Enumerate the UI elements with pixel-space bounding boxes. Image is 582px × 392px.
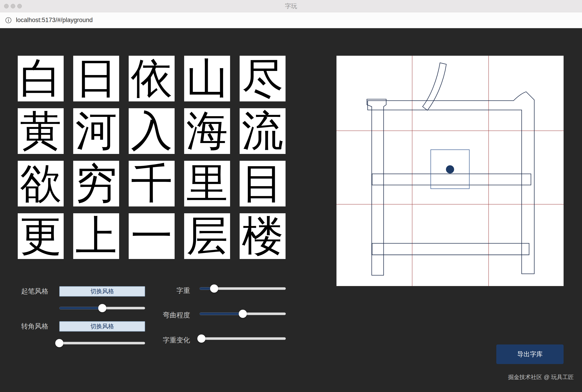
weight-variation-label: 字重变化 xyxy=(158,336,190,345)
char-tile[interactable]: 一 xyxy=(129,213,175,259)
corner-style-slider[interactable] xyxy=(59,339,145,347)
glyph-stroke-bottom-bar[interactable] xyxy=(372,243,529,255)
char-tile[interactable]: 入 xyxy=(129,108,175,154)
slider-handle[interactable] xyxy=(197,334,205,343)
weight-label: 字重 xyxy=(158,286,190,295)
switch-corner-style-button[interactable]: 切换风格 xyxy=(59,321,145,332)
slider-handle[interactable] xyxy=(210,284,218,293)
char-tile[interactable]: 更 xyxy=(18,213,64,259)
export-font-button[interactable]: 导出字库 xyxy=(496,344,564,364)
char-tile[interactable]: 尽 xyxy=(240,56,286,102)
char-tile[interactable]: 穷 xyxy=(73,161,119,206)
app-window: 字玩 localhost:5173/#/playground 白 日 依 山 尽… xyxy=(0,0,582,392)
char-tile[interactable]: 日 xyxy=(73,56,119,102)
char-tile[interactable]: 欲 xyxy=(18,161,64,206)
char-tile[interactable]: 白 xyxy=(18,56,64,102)
glyph-editor-canvas[interactable] xyxy=(336,56,564,286)
glyph-stroke-left-vertical[interactable] xyxy=(367,99,386,275)
char-tile[interactable]: 千 xyxy=(129,161,175,206)
weight-variation-slider[interactable] xyxy=(200,334,286,343)
char-tile[interactable]: 里 xyxy=(184,161,230,206)
control-point[interactable] xyxy=(446,165,454,174)
glyph-stroke-pie[interactable] xyxy=(423,63,446,110)
window-title: 字玩 xyxy=(0,0,582,12)
slider-handle[interactable] xyxy=(239,310,247,318)
char-tile[interactable]: 楼 xyxy=(240,213,286,259)
slider-handle[interactable] xyxy=(55,339,63,347)
char-tile[interactable]: 流 xyxy=(240,108,286,154)
bend-slider[interactable] xyxy=(200,310,286,318)
glyph-stroke-horizontal-fold[interactable] xyxy=(368,92,534,274)
char-tile[interactable]: 山 xyxy=(184,56,230,102)
char-tile[interactable]: 河 xyxy=(73,108,119,154)
info-icon[interactable] xyxy=(5,17,12,24)
window-titlebar: 字玩 xyxy=(0,0,582,12)
char-tile[interactable]: 上 xyxy=(73,213,119,259)
glyph-stroke-middle-bar[interactable] xyxy=(372,174,531,185)
switch-start-style-button[interactable]: 切换风格 xyxy=(59,286,145,296)
bend-label: 弯曲程度 xyxy=(158,310,190,320)
stroke-start-style-label: 起笔风格 xyxy=(21,287,48,296)
slider-handle[interactable] xyxy=(98,304,106,312)
char-tile[interactable]: 海 xyxy=(184,108,230,154)
char-tile[interactable]: 目 xyxy=(240,161,286,206)
url-bar: localhost:5173/#/playground xyxy=(0,12,582,28)
stroke-start-slider[interactable] xyxy=(59,304,145,312)
url-text[interactable]: localhost:5173/#/playground xyxy=(16,16,93,24)
footer-credit: 掘金技术社区 @ 玩具工匠 xyxy=(508,373,574,381)
corner-style-label: 转角风格 xyxy=(21,322,48,331)
char-tile[interactable]: 层 xyxy=(184,213,230,259)
char-tile[interactable]: 黄 xyxy=(18,108,64,154)
weight-slider[interactable] xyxy=(200,284,286,293)
char-tile[interactable]: 依 xyxy=(129,56,175,102)
